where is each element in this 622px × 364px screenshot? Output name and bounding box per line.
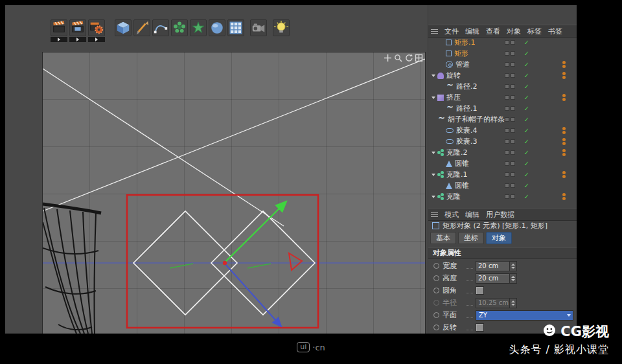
render-view-button[interactable]	[51, 19, 67, 42]
spinner-arrows-icon[interactable]	[509, 299, 516, 308]
value-text[interactable]: 20 cm	[476, 262, 509, 271]
object-row[interactable]: 路径.2	[428, 81, 577, 92]
layer-squares-icon[interactable]	[505, 150, 515, 155]
visibility-dots-icon[interactable]	[562, 171, 566, 178]
menu-item[interactable]: 文件	[441, 27, 462, 36]
value-text[interactable]: 20 cm	[476, 274, 509, 283]
value-stepper[interactable]: 20 cm	[476, 273, 517, 284]
expand-arrow-icon[interactable]	[432, 97, 435, 99]
enable-check-icon[interactable]	[524, 139, 529, 145]
object-row[interactable]: 矩形.1	[428, 37, 577, 48]
flower-spline-button[interactable]	[171, 19, 188, 36]
object-label[interactable]: 克隆.1	[446, 170, 468, 179]
enable-check-icon[interactable]	[524, 128, 529, 134]
submenu-strip-icon[interactable]	[51, 37, 67, 42]
star-spline-button[interactable]	[190, 19, 207, 36]
layer-squares-icon[interactable]	[505, 84, 515, 89]
object-row[interactable]: 圆锥	[428, 158, 577, 169]
keyframe-circle-icon[interactable]	[433, 275, 439, 281]
object-label[interactable]: 圆锥	[455, 181, 469, 190]
enable-check-icon[interactable]	[524, 161, 529, 167]
spinner-arrows-icon[interactable]	[509, 274, 516, 283]
visibility-dots-icon[interactable]	[562, 193, 566, 200]
attribute-tab[interactable]: 对象	[486, 232, 512, 244]
attribute-tab[interactable]: 基本	[430, 232, 456, 244]
layer-squares-icon[interactable]	[505, 139, 515, 144]
object-row[interactable]: 路径.1	[428, 103, 577, 114]
zoom-view-icon[interactable]	[393, 53, 402, 62]
value-stepper[interactable]: 10.25 cm	[476, 298, 517, 308]
object-label[interactable]: 管道	[455, 60, 470, 69]
menu-item[interactable]: 用户数据	[483, 210, 518, 220]
spline-pen-button[interactable]	[133, 19, 150, 36]
object-row[interactable]: 圆锥	[428, 180, 577, 191]
object-row[interactable]: 克隆.2	[428, 147, 577, 158]
object-label[interactable]: 旋转	[446, 71, 461, 80]
viewport[interactable]	[42, 52, 426, 334]
layer-squares-icon[interactable]	[505, 183, 515, 188]
object-row[interactable]: 矩形	[428, 48, 577, 59]
spinner-arrows-icon[interactable]	[509, 262, 516, 271]
layer-squares-icon[interactable]	[505, 117, 515, 122]
object-row[interactable]: 克隆	[428, 191, 577, 202]
layer-squares-icon[interactable]	[505, 172, 515, 177]
menu-item[interactable]: 书签	[545, 27, 566, 36]
enable-check-icon[interactable]	[524, 106, 529, 112]
object-label[interactable]: 路径.2	[456, 82, 478, 91]
object-label[interactable]: 胶囊.4	[456, 126, 478, 135]
keyframe-circle-icon[interactable]	[433, 312, 439, 318]
object-label[interactable]: 矩形	[454, 49, 468, 58]
enable-check-icon[interactable]	[524, 194, 529, 200]
keyframe-circle-icon[interactable]	[433, 324, 439, 330]
object-row[interactable]: 克隆.1	[428, 169, 577, 180]
menu-item[interactable]: 对象	[503, 27, 524, 36]
pan-view-icon[interactable]	[383, 53, 392, 62]
render-picture-viewer-button[interactable]	[69, 19, 86, 42]
cube-primitive-button[interactable]	[115, 19, 132, 36]
value-text[interactable]: 10.25 cm	[476, 299, 509, 308]
render-settings-button[interactable]	[88, 19, 105, 42]
object-label[interactable]: 圆锥	[455, 159, 469, 168]
submenu-strip-icon[interactable]	[69, 37, 86, 42]
visibility-dots-icon[interactable]	[562, 138, 566, 145]
keyframe-circle-icon[interactable]	[433, 288, 439, 293]
value-stepper[interactable]: 20 cm	[476, 261, 517, 271]
layer-squares-icon[interactable]	[505, 194, 515, 199]
layer-squares-icon[interactable]	[505, 161, 515, 166]
object-label[interactable]: 胶囊.3	[456, 137, 478, 146]
enable-check-icon[interactable]	[524, 40, 529, 46]
visibility-dots-icon[interactable]	[562, 72, 566, 79]
menu-item[interactable]: 模式	[441, 210, 462, 220]
keyframe-circle-icon[interactable]	[433, 263, 439, 269]
menu-item[interactable]: 编辑	[462, 210, 483, 220]
object-label[interactable]: 胡子和帽子的样条	[448, 115, 505, 124]
layer-squares-icon[interactable]	[505, 73, 515, 78]
layer-squares-icon[interactable]	[505, 106, 515, 111]
rotate-view-icon[interactable]	[404, 53, 413, 62]
visibility-dots-icon[interactable]	[562, 127, 566, 134]
object-row[interactable]: 胶囊.3	[428, 136, 577, 147]
subdivision-surface-button[interactable]	[209, 19, 225, 36]
camera-button[interactable]	[250, 19, 267, 36]
visibility-dots-icon[interactable]	[562, 94, 566, 101]
section-header[interactable]: 对象属性	[428, 247, 577, 259]
panel-menu-icon[interactable]	[431, 212, 438, 217]
spline-arc-button[interactable]	[152, 19, 169, 36]
visibility-dots-icon[interactable]	[562, 149, 566, 156]
expand-arrow-icon[interactable]	[432, 174, 435, 176]
object-row[interactable]: 管道	[428, 59, 577, 70]
layer-squares-icon[interactable]	[505, 40, 515, 45]
menu-item[interactable]: 编辑	[462, 27, 483, 36]
array-button[interactable]	[227, 19, 244, 36]
layer-squares-icon[interactable]	[505, 128, 515, 133]
object-row[interactable]: 胡子和帽子的样条	[428, 114, 577, 125]
checkbox[interactable]	[476, 323, 484, 332]
expand-arrow-icon[interactable]	[432, 152, 435, 154]
enable-check-icon[interactable]	[524, 172, 529, 178]
plane-dropdown[interactable]: ZY	[476, 310, 573, 321]
enable-check-icon[interactable]	[524, 150, 529, 156]
visibility-dots-icon[interactable]	[562, 61, 566, 68]
enable-check-icon[interactable]	[524, 62, 529, 68]
object-label[interactable]: 克隆.2	[446, 148, 468, 157]
object-label[interactable]: 路径.1	[456, 104, 478, 113]
